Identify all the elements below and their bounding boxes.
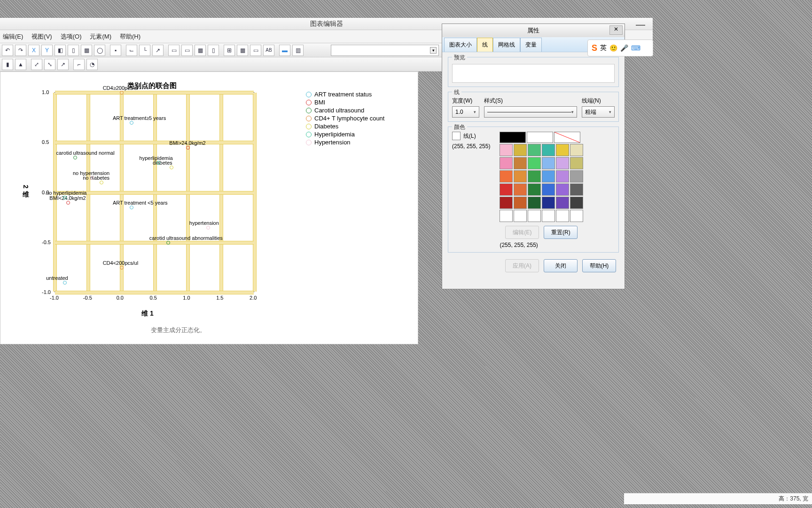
ime-emoji-icon[interactable]: 🙂 [609, 44, 617, 52]
toolbar-undo-icon[interactable]: ↶ [2, 45, 13, 56]
palette-color[interactable] [528, 144, 541, 156]
toolbar-line-icon[interactable]: ↗ [152, 45, 164, 56]
palette-color[interactable] [542, 144, 555, 156]
toolbar-scatter2-icon[interactable]: ⤡ [44, 59, 55, 70]
data-point[interactable] [63, 196, 67, 199]
toolbar-area-icon[interactable]: ▲ [15, 59, 26, 70]
palette-color[interactable] [570, 210, 583, 222]
ime-keyboard-icon[interactable]: ⌨ [631, 44, 640, 52]
palette-color[interactable] [570, 170, 583, 183]
data-point[interactable] [100, 181, 103, 184]
toolbar-legend-icon[interactable]: ◧ [55, 45, 66, 56]
toolbar-axis-icon[interactable]: └ [139, 45, 150, 56]
palette-color[interactable] [570, 157, 583, 169]
toolbar-chart-type-icon[interactable]: ⌙ [126, 45, 137, 56]
palette-color[interactable] [500, 170, 513, 183]
help-button[interactable]: 帮助(H) [582, 259, 616, 272]
toolbar-axis2-icon[interactable]: ⌐ [73, 59, 85, 70]
toolbar-transpose-icon[interactable]: ▦ [81, 45, 92, 56]
palette-color[interactable] [514, 157, 527, 169]
palette-color[interactable] [500, 197, 513, 209]
toolbar-redo-icon[interactable]: ↷ [15, 45, 26, 56]
toolbar-table-icon[interactable]: ▦ [195, 45, 206, 56]
toolbar-pie-icon[interactable]: ◔ [86, 59, 98, 70]
palette-color[interactable] [514, 170, 527, 183]
data-point[interactable] [170, 166, 173, 169]
toolbar-row-icon[interactable]: ▭ [250, 45, 261, 56]
chart-canvas[interactable]: 类别点的联合图 维2 ART treatment≥5 yearsART trea… [0, 71, 418, 344]
palette-color[interactable] [528, 157, 541, 169]
tab-line[interactable]: 线 [477, 38, 493, 52]
plot-area[interactable]: ART treatment≥5 yearsART treatment <5 ye… [55, 92, 254, 292]
legend-item[interactable]: ART treatment status [306, 91, 384, 98]
palette-color[interactable] [500, 157, 513, 169]
palette-color[interactable] [570, 183, 583, 196]
menu-help[interactable]: 帮助(H) [120, 32, 141, 41]
palette-color[interactable] [542, 183, 555, 196]
tab-variable[interactable]: 变量 [520, 38, 542, 52]
menu-options[interactable]: 选项(O) [61, 32, 82, 41]
data-point[interactable] [206, 226, 210, 230]
edit-color-button[interactable]: 编辑(E) [505, 226, 539, 239]
menu-edit[interactable]: 编辑(E) [3, 32, 23, 41]
tab-chart-size[interactable]: 图表大小 [444, 38, 477, 52]
palette-color[interactable] [514, 183, 527, 196]
palette-color[interactable] [570, 144, 583, 156]
palette-color[interactable] [556, 210, 569, 222]
legend-item[interactable]: Hypertension [306, 139, 384, 146]
data-point[interactable] [63, 281, 67, 285]
toolbar-scatter1-icon[interactable]: ⤢ [31, 59, 42, 70]
legend-item[interactable]: Diabetes [306, 123, 384, 130]
style-dropdown[interactable]: ▾ [484, 106, 577, 118]
cap-dropdown[interactable]: 粗端▾ [582, 106, 615, 118]
palette-color[interactable] [500, 183, 513, 196]
data-point[interactable] [66, 201, 70, 205]
palette-color[interactable] [500, 144, 513, 156]
palette-black[interactable] [500, 132, 526, 143]
toolbar-x-axis-icon[interactable]: X [28, 45, 39, 56]
palette-color[interactable] [528, 183, 541, 196]
width-spinner[interactable]: 1.0▾ [452, 106, 479, 118]
palette-transparent[interactable] [554, 132, 580, 143]
ime-mic-icon[interactable]: 🎤 [620, 44, 628, 52]
ime-widget[interactable]: S 英 🙂 🎤 ⌨ [587, 40, 653, 56]
data-point[interactable] [120, 266, 124, 270]
toolbar-matrix-icon[interactable]: ⊞ [224, 45, 235, 56]
data-point[interactable] [130, 121, 133, 125]
palette-white[interactable] [527, 132, 553, 143]
palette-color[interactable] [528, 170, 541, 183]
toolbar-grid-icon[interactable]: ▭ [168, 45, 180, 56]
palette-color[interactable] [556, 197, 569, 209]
menu-elements[interactable]: 元素(M) [90, 32, 111, 41]
data-point[interactable] [90, 176, 94, 180]
legend-item[interactable]: Carotid ultrasound [306, 107, 384, 114]
palette-color[interactable] [514, 197, 527, 209]
ime-language[interactable]: 英 [600, 44, 607, 52]
minimize-button[interactable]: — [636, 19, 645, 30]
palette-color[interactable] [528, 210, 541, 222]
palette-color[interactable] [514, 210, 527, 222]
tab-grid[interactable]: 网格线 [493, 38, 520, 52]
data-point[interactable] [156, 161, 160, 165]
close-button[interactable]: 关闭 [544, 259, 578, 272]
toolbar-data-label-icon[interactable]: ▯ [68, 45, 79, 56]
data-point[interactable] [130, 206, 133, 209]
palette-color[interactable] [556, 157, 569, 169]
toolbar-ab-icon[interactable]: AB [263, 45, 274, 56]
palette-color[interactable] [542, 170, 555, 183]
palette-color[interactable] [570, 197, 583, 209]
toolbar-fill-icon[interactable]: ▪ [110, 45, 121, 56]
palette-color[interactable] [528, 197, 541, 209]
palette-color[interactable] [556, 170, 569, 183]
dialog-close-button[interactable]: ✕ [609, 25, 623, 35]
toolbar-bar-icon[interactable]: ▮ [2, 59, 13, 70]
toolbar-bars2-icon[interactable]: ▥ [292, 45, 304, 56]
toolbar-element-selector[interactable]: ▾ [331, 45, 439, 56]
legend-item[interactable]: CD4+ T lymphocyte count [306, 115, 384, 122]
toolbar-lasso-icon[interactable]: ◯ [94, 45, 105, 56]
data-point[interactable] [120, 91, 124, 95]
toolbar-scatter3-icon[interactable]: ↗ [57, 59, 69, 70]
palette-color[interactable] [556, 183, 569, 196]
menu-view[interactable]: 视图(V) [31, 32, 52, 41]
palette-color[interactable] [556, 144, 569, 156]
